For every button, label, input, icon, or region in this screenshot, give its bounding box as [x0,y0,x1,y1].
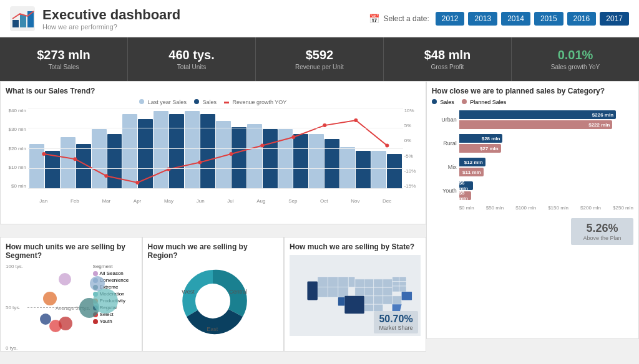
page-subtitle: How we are performing? [42,23,180,31]
category-bar-row: Rural$28 mln$27 mln [432,134,633,153]
svg-point-7 [135,181,139,184]
svg-point-11 [260,144,264,148]
legend-cat-planned: Planned Sales [462,99,507,105]
market-share-value: 50.70% [379,314,412,325]
select-date-label: Select a date: [383,14,429,23]
above-plan-label: Above the Plan [577,235,627,241]
year-btn-2017[interactable]: 2017 [600,12,629,26]
segment-legend-item: Select [93,312,137,317]
kpi-revenue-value: $592 [306,48,334,62]
above-plan-value: 5.26% [577,222,627,235]
svg-rect-32 [374,296,383,304]
cat-x-axis: $0 mln $50 mln $100 mln $150 mln $200 ml… [459,205,633,211]
category-planned-bar: $5 mln [459,191,472,200]
category-sales-bar: $28 mln [459,134,503,143]
kpi-sales-growth-label: Sales growth YoY [551,64,600,70]
year-btn-2013[interactable]: 2013 [468,12,497,26]
kpi-revenue-label: Revenue per Unit [295,64,344,70]
region-title: How much we are selling by Region? [148,242,279,260]
svg-rect-1 [12,20,19,27]
trend-legend: Last year Sales Sales Revenue growth YOY [6,99,421,105]
above-plan-badge: 5.26% Above the Plan [571,218,633,245]
x-axis-label: Sep [288,198,297,204]
category-panel: How close we are to planned sales by Cat… [426,81,639,339]
segment-panel: How much units we are selling by Segment… [0,237,142,352]
year-btn-2016[interactable]: 2016 [567,12,597,26]
kpi-gross-profit-value: $48 mln [424,48,471,62]
svg-point-16 [195,284,230,318]
legend-cat-sales: Sales [432,99,454,105]
category-bars: Urban$226 mln$222 mlnRural$28 mln$27 mln… [432,110,633,200]
category-row-label: Rural [432,140,459,146]
segment-item-label: All Season [100,271,124,276]
svg-rect-37 [318,277,328,287]
segment-item-label: Youth [100,318,112,324]
bottom-panels: How much units we are selling by Segment… [0,237,426,352]
svg-rect-2 [20,15,26,27]
kpi-total-sales-value: $273 mln [37,48,90,62]
header: Executive dashboard How we are performin… [0,0,639,37]
svg-point-12 [291,135,295,139]
segment-color-dot [93,319,98,324]
svg-point-4 [42,152,46,156]
x-axis-label: Dec [383,198,391,204]
year-btn-2014[interactable]: 2014 [501,12,530,26]
year-btn-2012[interactable]: 2012 [436,12,465,26]
year-btn-2015[interactable]: 2015 [534,12,563,26]
svg-point-5 [73,157,77,161]
segment-x-axis: $0.0 mld $0,1 mld [24,351,93,352]
category-planned-bar: $27 mln [459,144,501,153]
svg-point-9 [198,161,202,165]
category-planned-bar: $11 mln [459,168,484,176]
svg-point-14 [354,118,358,122]
svg-rect-47 [402,292,412,300]
state-title: How much we are selling by State? [290,242,421,251]
svg-rect-17 [393,277,399,281]
svg-point-15 [385,144,389,148]
svg-rect-27 [355,287,364,295]
calendar-icon: 📅 [369,14,379,24]
donut-chart-wrap: West Central East [148,264,279,338]
page-title: Executive dashboard [42,7,180,23]
bubble [43,292,57,305]
category-bar-row: Mix$12 mln$11 mln [432,158,633,176]
svg-rect-38 [328,277,338,287]
category-row-label: Youth [432,188,459,194]
legend-last-year: Last year Sales [139,99,187,105]
x-axis-labels: JanFebMarAprMayJunJulAugSepOctNovDec [28,198,403,204]
category-bar-row: Youth$6 mln$5 mln [432,181,633,200]
kpi-sales-growth: 0.01% Sales growth YoY [512,37,639,81]
category-row-label: Urban [432,117,459,123]
kpi-row: $273 mln Total Sales 460 tys. Total Unit… [0,37,639,81]
svg-rect-26 [383,279,393,287]
region-west-label: West [182,289,194,295]
sales-trend-panel: What is our Sales Trend? Last year Sales… [0,81,426,224]
segment-y-axis: 100 tys. 50 tys. 0 tys. [6,264,24,351]
svg-rect-22 [399,286,406,292]
svg-rect-39 [338,277,348,287]
svg-rect-40 [348,277,354,287]
kpi-total-units-value: 460 tys. [168,48,214,62]
svg-rect-43 [338,287,348,297]
svg-rect-28 [364,287,374,295]
kpi-total-units-label: Total Units [177,64,207,70]
category-bar-row: Urban$226 mln$222 mln [432,110,633,129]
svg-rect-19 [393,282,399,286]
market-share-badge: 50.70% Market Share [374,311,417,333]
svg-rect-35 [364,304,374,311]
x-axis-label: Jun [197,198,205,204]
legend-sales: Sales [194,99,217,105]
x-axis-label: Jan [39,198,47,204]
x-axis-label: Apr [134,198,141,204]
category-title: How close we are to planned sales by Cat… [432,87,633,95]
x-axis-label: Nov [351,198,359,204]
bubble [93,289,118,314]
svg-point-10 [229,152,233,156]
segment-title: How much units we are selling by Segment… [6,242,137,260]
category-legend: Sales Planned Sales [432,99,633,105]
category-sales-bar: $6 mln [459,181,473,190]
x-axis-label: Feb [71,198,79,204]
svg-rect-36 [374,304,383,311]
bubbles-container [24,264,93,338]
svg-rect-46 [338,297,344,305]
